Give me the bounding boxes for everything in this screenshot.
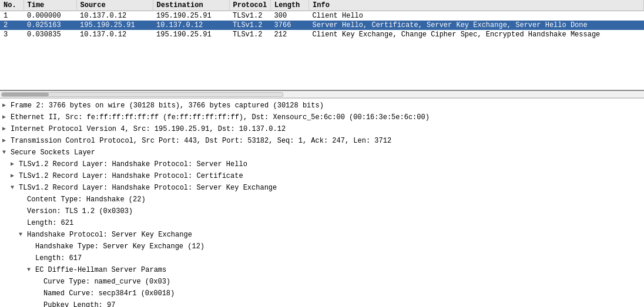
detail-item[interactable]: ▶TLSv1.2 Record Layer: Handshake Protoco…: [0, 170, 644, 182]
detail-item[interactable]: Pubkey Length: 97: [0, 299, 644, 307]
detail-item-text: Internet Protocol Version 4, Src: 195.19…: [11, 124, 644, 134]
table-cell-destination: 195.190.25.91: [153, 30, 229, 39]
table-cell-no: 2: [0, 21, 24, 30]
detail-item-text: EC Diffie-Hellman Server Params: [35, 265, 644, 275]
table-cell-length: 3766: [271, 21, 309, 30]
table-cell-source: 10.137.0.12: [76, 11, 153, 21]
table-cell-source: 10.137.0.12: [76, 30, 153, 39]
table-cell-info: Client Key Exchange, Change Cipher Spec,…: [309, 30, 644, 39]
expand-icon[interactable]: ▶: [2, 124, 11, 133]
detail-item[interactable]: ▶Frame 2: 3766 bytes on wire (30128 bits…: [0, 100, 644, 112]
detail-item-text: TLSv1.2 Record Layer: Handshake Protocol…: [19, 183, 644, 193]
expand-icon[interactable]: ▶: [2, 113, 11, 122]
scrollbar-track[interactable]: [1, 92, 283, 97]
table-cell-no: 3: [0, 30, 24, 39]
col-protocol: Protocol: [229, 0, 271, 11]
detail-item[interactable]: ▼EC Diffie-Hellman Server Params: [0, 264, 644, 276]
detail-item-text: Content Type: Handshake (22): [27, 194, 644, 205]
detail-item-text: Named Curve: secp384r1 (0x0018): [43, 288, 644, 299]
table-row[interactable]: 10.00000010.137.0.12195.190.25.91TLSv1.2…: [0, 11, 644, 21]
detail-item-text: Handshake Type: Server Key Exchange (12): [35, 241, 644, 252]
detail-item-text: Pubkey Length: 97: [43, 300, 644, 307]
detail-item[interactable]: ▶Internet Protocol Version 4, Src: 195.1…: [0, 123, 644, 135]
horizontal-scrollbar[interactable]: [0, 91, 644, 98]
detail-item[interactable]: ▶Ethernet II, Src: fe:ff:ff:ff:ff:ff (fe…: [0, 112, 644, 123]
expand-icon[interactable]: ▶: [2, 101, 11, 110]
detail-item-text: Version: TLS 1.2 (0x0303): [27, 206, 644, 217]
detail-item-text: Secure Sockets Layer: [11, 147, 644, 158]
col-source: Source: [76, 0, 153, 11]
table-cell-protocol: TLSv1.2: [229, 21, 271, 30]
detail-item[interactable]: Handshake Type: Server Key Exchange (12): [0, 241, 644, 252]
detail-item-text: Length: 617: [35, 253, 644, 264]
table-cell-source: 195.190.25.91: [76, 21, 153, 30]
table-cell-length: 300: [271, 11, 309, 21]
detail-items-container: ▶Frame 2: 3766 bytes on wire (30128 bits…: [0, 100, 644, 307]
detail-item-text: TLSv1.2 Record Layer: Handshake Protocol…: [19, 159, 644, 170]
collapse-icon[interactable]: ▼: [19, 230, 27, 239]
detail-item-text: Length: 621: [27, 218, 644, 228]
table-cell-protocol: TLSv1.2: [229, 11, 271, 21]
table-cell-time: 0.025163: [24, 21, 76, 30]
detail-item-text: TLSv1.2 Record Layer: Handshake Protocol…: [19, 171, 644, 181]
col-time: Time: [24, 0, 76, 11]
collapse-icon[interactable]: ▼: [2, 148, 11, 157]
expand-icon[interactable]: ▶: [11, 171, 19, 180]
expand-icon[interactable]: ▶: [2, 136, 11, 145]
detail-item[interactable]: ▼TLSv1.2 Record Layer: Handshake Protoco…: [0, 182, 644, 194]
table-row[interactable]: 30.03083510.137.0.12195.190.25.91TLSv1.2…: [0, 30, 644, 39]
col-no: No.: [0, 0, 24, 11]
table-cell-info: Client Hello: [309, 11, 644, 21]
detail-item[interactable]: Content Type: Handshake (22): [0, 194, 644, 205]
expand-icon[interactable]: ▶: [11, 160, 19, 168]
packet-tbody: 10.00000010.137.0.12195.190.25.91TLSv1.2…: [0, 11, 644, 40]
detail-item-text: Transmission Control Protocol, Src Port:…: [11, 136, 644, 146]
packet-list-wrapper[interactable]: No. Time Source Destination Protocol Len…: [0, 0, 644, 91]
detail-item-text: Ethernet II, Src: fe:ff:ff:ff:ff:ff (fe:…: [11, 112, 644, 123]
detail-item[interactable]: ▼Secure Sockets Layer: [0, 147, 644, 158]
table-cell-info: Server Hello, Certificate, Server Key Ex…: [309, 21, 644, 30]
detail-item[interactable]: ▶TLSv1.2 Record Layer: Handshake Protoco…: [0, 158, 644, 170]
col-info: Info: [309, 0, 644, 11]
detail-item[interactable]: ▶Transmission Control Protocol, Src Port…: [0, 135, 644, 147]
table-cell-protocol: TLSv1.2: [229, 30, 271, 39]
detail-item-text: Handshake Protocol: Server Key Exchange: [27, 230, 644, 240]
detail-item[interactable]: Named Curve: secp384r1 (0x0018): [0, 288, 644, 299]
detail-panel[interactable]: ▶Frame 2: 3766 bytes on wire (30128 bits…: [0, 98, 644, 307]
detail-item[interactable]: Version: TLS 1.2 (0x0303): [0, 205, 644, 217]
collapse-icon[interactable]: ▼: [11, 183, 19, 192]
table-cell-no: 1: [0, 11, 24, 21]
scrollbar-thumb[interactable]: [2, 93, 49, 96]
table-cell-destination: 10.137.0.12: [153, 21, 229, 30]
table-cell-length: 212: [271, 30, 309, 39]
detail-item[interactable]: Length: 621: [0, 217, 644, 229]
table-row[interactable]: 20.025163195.190.25.9110.137.0.12TLSv1.2…: [0, 21, 644, 30]
detail-item[interactable]: Length: 617: [0, 252, 644, 264]
detail-item[interactable]: ▼Handshake Protocol: Server Key Exchange: [0, 229, 644, 241]
packet-table: No. Time Source Destination Protocol Len…: [0, 0, 644, 39]
detail-item[interactable]: Curve Type: named_curve (0x03): [0, 276, 644, 288]
col-destination: Destination: [153, 0, 229, 11]
col-length: Length: [271, 0, 309, 11]
table-header-row: No. Time Source Destination Protocol Len…: [0, 0, 644, 11]
table-cell-time: 0.000000: [24, 11, 76, 21]
collapse-icon[interactable]: ▼: [27, 265, 35, 274]
table-cell-time: 0.030835: [24, 30, 76, 39]
table-cell-destination: 195.190.25.91: [153, 11, 229, 21]
detail-item-text: Curve Type: named_curve (0x03): [43, 276, 644, 287]
detail-item-text: Frame 2: 3766 bytes on wire (30128 bits)…: [11, 100, 644, 111]
